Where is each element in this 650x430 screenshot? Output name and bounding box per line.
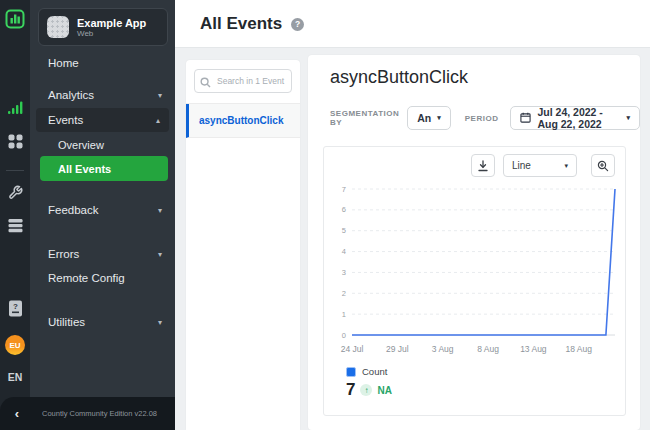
sidebar-item-overview[interactable]: Overview xyxy=(30,134,175,156)
svg-text:7: 7 xyxy=(342,185,346,194)
line-chart-svg[interactable]: 0123456724 Jul29 Jul3 Aug8 Aug13 Aug18 A… xyxy=(334,181,621,359)
data-manager-stack-icon[interactable] xyxy=(0,218,30,233)
chart-toolbar: Line ▾ xyxy=(324,147,625,177)
chevron-down-icon: ▾ xyxy=(437,114,441,122)
app-type: Web xyxy=(77,29,146,38)
calendar-icon xyxy=(520,112,531,125)
chevron-down-icon: ▾ xyxy=(158,91,162,100)
svg-text:5: 5 xyxy=(342,226,346,235)
svg-text:8 Aug: 8 Aug xyxy=(477,344,499,354)
chevron-down-icon: ▾ xyxy=(158,318,162,327)
event-detail-panel: asyncButtonClick SEGMENTATION BY An ▾ PE… xyxy=(308,55,640,430)
zoom-in-button[interactable] xyxy=(591,154,615,177)
sidebar-item-feedback[interactable]: Feedback ▾ xyxy=(30,199,175,221)
svg-text:3 Aug: 3 Aug xyxy=(432,344,454,354)
countly-logo-icon[interactable] xyxy=(0,9,30,29)
version-text: Countly Community Edition v22.08 xyxy=(34,409,175,418)
chart-legend[interactable]: Count xyxy=(346,366,625,377)
help-report-icon[interactable]: ? xyxy=(0,300,30,317)
download-button[interactable] xyxy=(471,154,495,177)
language-selector[interactable]: EN xyxy=(0,371,30,383)
period-picker[interactable]: Jul 24, 2022 - Aug 22, 2022 ▾ xyxy=(510,106,640,130)
event-title: asyncButtonClick xyxy=(330,67,468,88)
controls-row: SEGMENTATION BY An ▾ PERIOD Jul 24, 2022… xyxy=(330,106,640,130)
chevron-down-icon: ▾ xyxy=(158,250,162,259)
summary-row: 7 ↑ NA xyxy=(346,380,625,400)
chevron-up-icon: ▴ xyxy=(156,116,160,125)
sidebar-footer: ‹ Countly Community Edition v22.08 xyxy=(0,397,175,430)
sidebar-item-all-events[interactable]: All Events xyxy=(40,156,168,181)
sidebar-item-errors[interactable]: Errors ▾ xyxy=(30,243,175,265)
app-name: Example App xyxy=(77,17,146,29)
svg-text:13 Aug: 13 Aug xyxy=(520,344,547,354)
collapse-sidebar-button[interactable]: ‹ xyxy=(0,406,34,421)
svg-text:3: 3 xyxy=(342,268,346,277)
event-list-item[interactable]: asyncButtonClick xyxy=(186,104,300,138)
page-header: All Events ? xyxy=(175,0,650,48)
help-icon[interactable]: ? xyxy=(291,18,304,31)
chart-card: Line ▾ 0123456724 Jul29 Jul3 Aug8 Aug13 … xyxy=(323,146,626,416)
sidebar-item-home[interactable]: Home xyxy=(30,52,175,74)
sidebar-item-analytics[interactable]: Analytics ▾ xyxy=(30,84,175,106)
events-list-panel: asyncButtonClick xyxy=(186,60,300,430)
svg-text:?: ? xyxy=(13,302,18,311)
period-label: PERIOD xyxy=(465,114,499,123)
svg-text:18 Aug: 18 Aug xyxy=(565,344,592,354)
app-icon xyxy=(47,16,69,38)
search-icon xyxy=(200,74,211,92)
svg-text:0: 0 xyxy=(342,331,346,340)
trend-value: NA xyxy=(377,385,391,396)
icon-rail: ? EU EN xyxy=(0,0,30,430)
sidebar: Example App Web Home Analytics ▾ Events … xyxy=(30,0,175,430)
avatar-initials: EU xyxy=(5,335,25,355)
segmentation-select[interactable]: An ▾ xyxy=(407,106,451,130)
user-avatar[interactable]: EU xyxy=(0,335,30,355)
page-title: All Events xyxy=(200,14,282,34)
sidebar-item-events[interactable]: Events ▴ xyxy=(36,108,169,132)
chevron-down-icon: ▾ xyxy=(626,114,630,122)
sidebar-item-utilities[interactable]: Utilities ▾ xyxy=(30,311,175,333)
svg-text:6: 6 xyxy=(342,205,346,214)
main-area: All Events ? asyncButtonClick asyncButto… xyxy=(175,0,650,430)
svg-text:1: 1 xyxy=(342,310,346,319)
plugins-grid-icon[interactable] xyxy=(0,134,30,149)
chart-type-select[interactable]: Line ▾ xyxy=(503,154,577,177)
sidebar-item-remote-config[interactable]: Remote Config xyxy=(30,267,175,289)
chevron-down-icon: ▾ xyxy=(564,162,568,170)
total-count-value: 7 xyxy=(346,380,355,400)
legend-label: Count xyxy=(362,366,387,377)
svg-text:2: 2 xyxy=(342,289,346,298)
trend-up-icon: ↑ xyxy=(360,384,372,396)
svg-text:24 Jul: 24 Jul xyxy=(341,344,364,354)
segmentation-label: SEGMENTATION BY xyxy=(330,109,399,127)
analytics-bars-icon[interactable] xyxy=(0,100,30,115)
management-wrench-icon[interactable] xyxy=(0,185,30,200)
svg-text:29 Jul: 29 Jul xyxy=(386,344,409,354)
svg-text:4: 4 xyxy=(342,247,346,256)
legend-swatch-count xyxy=(346,367,356,377)
rail-divider xyxy=(6,170,24,171)
chevron-down-icon: ▾ xyxy=(158,206,162,215)
app-selector[interactable]: Example App Web xyxy=(38,8,168,46)
